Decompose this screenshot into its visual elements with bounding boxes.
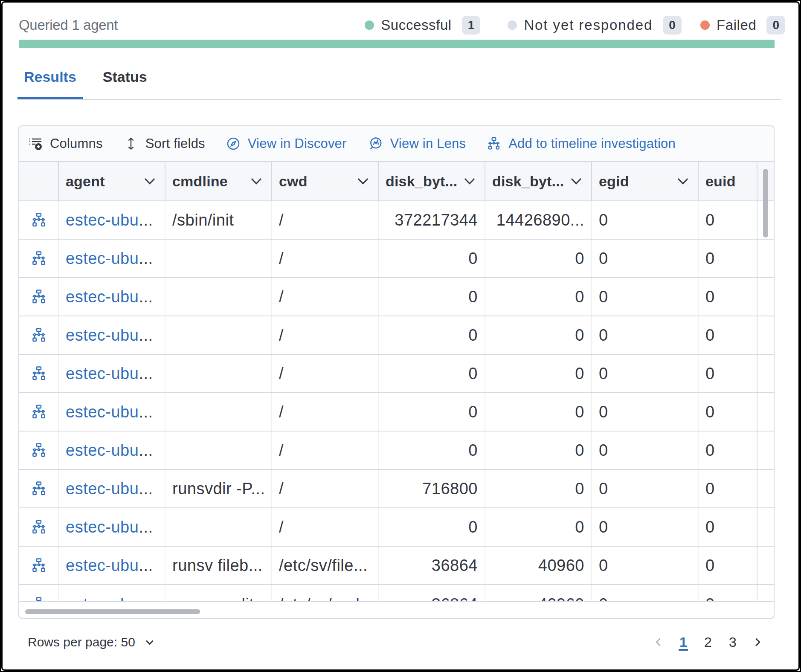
add-to-timeline-icon[interactable] — [31, 404, 46, 420]
add-to-timeline-icon[interactable] — [31, 251, 46, 266]
cell-cwd: /etc/sv/aud... — [272, 585, 379, 602]
sort-fields-button[interactable]: Sort fields — [124, 136, 205, 151]
cell-cmdline — [165, 278, 272, 316]
next-page-button[interactable] — [750, 629, 765, 655]
add-to-timeline-icon[interactable] — [31, 558, 46, 573]
grid-footer: Rows per page: 50 123 — [18, 619, 775, 666]
row-timeline-cell — [19, 432, 59, 469]
cell-disk-bytes-written: 40960 — [485, 547, 592, 584]
cell-disk-bytes-written: 0 — [485, 470, 592, 507]
cell-agent[interactable]: estec-ubu...estec-ubu... — [59, 240, 165, 277]
grid-body: estec-ubu...estec-ubu.../sbin/init/37221… — [19, 201, 774, 602]
legend-label: Successful — [381, 17, 452, 33]
cell-cmdline — [165, 393, 272, 431]
header-cell-cwd[interactable]: cwd — [272, 162, 379, 200]
cell-agent[interactable]: estec-ubu...estec-ubu... — [59, 355, 165, 392]
cell-disk-bytes-read: 716800 — [379, 470, 485, 507]
row-timeline-cell — [19, 470, 59, 507]
chevron-right-icon — [751, 636, 764, 649]
status-dot-icon — [508, 20, 517, 30]
add-to-timeline-label: Add to timeline investigation — [508, 136, 676, 151]
tab-results[interactable]: Results — [17, 61, 83, 99]
add-to-timeline-icon[interactable] — [31, 519, 46, 535]
horizontal-scrollbar[interactable] — [25, 609, 200, 614]
cell-disk-bytes-written: 0 — [485, 508, 592, 546]
cell-disk-bytes-read: 372217344 — [379, 201, 485, 239]
header-cell-egid[interactable]: egid — [592, 162, 699, 200]
cell-cwd: / — [272, 432, 379, 469]
view-in-lens-button[interactable]: View in Lens — [368, 136, 466, 151]
add-to-timeline-icon[interactable] — [31, 597, 46, 602]
columns-label: Columns — [50, 136, 103, 151]
cell-disk-bytes-written: 40960 — [485, 585, 592, 602]
column-label: disk_byt... — [492, 173, 564, 190]
cell-cwd: / — [272, 278, 379, 316]
cell-agent[interactable]: estec-ubu...estec-ubu... — [59, 508, 165, 546]
cell-egid: 0 — [592, 508, 699, 546]
cell-egid: 0 — [592, 432, 699, 469]
legend-count-badge: 1 — [462, 16, 481, 34]
chevron-left-icon — [652, 636, 665, 649]
cell-euid: 0 — [699, 393, 757, 431]
page-2-button[interactable]: 2 — [700, 629, 716, 655]
cell-agent[interactable]: estec-ubu...estec-ubu... — [59, 278, 165, 316]
cell-disk-bytes-written: 0 — [485, 393, 592, 431]
cell-egid: 0 — [592, 470, 699, 507]
row-timeline-cell — [19, 547, 59, 584]
page-1-button[interactable]: 1 — [676, 629, 691, 655]
cell-agent[interactable]: estec-ubu...estec-ubu... — [59, 316, 165, 354]
rows-per-page-button[interactable]: Rows per page: 50 — [28, 635, 156, 649]
results-panel: Columns Sort fields View in Discover — [18, 125, 775, 619]
vertical-scrollbar[interactable] — [763, 169, 768, 238]
grid-row: estec-ubu...estec-ubu.../0000 — [19, 355, 774, 393]
cell-disk-bytes-read: 0 — [379, 240, 485, 277]
add-to-timeline-icon[interactable] — [31, 481, 46, 496]
columns-button[interactable]: Columns — [29, 136, 103, 151]
cell-agent[interactable]: estec-ubu...estec-ubu... — [59, 432, 165, 469]
cell-euid: 0 — [699, 547, 757, 584]
cell-agent[interactable]: estec-ubu...estec-ubu... — [59, 547, 165, 584]
cell-agent[interactable]: estec-ubu...estec-ubu... — [59, 585, 165, 602]
legend-item: Successful 1 — [365, 16, 480, 34]
header-cell-cmdline[interactable]: cmdline — [165, 162, 272, 200]
cell-euid: 0 — [699, 316, 757, 354]
legend-label: Not yet responded — [524, 17, 653, 33]
cell-cmdline — [165, 432, 272, 469]
cell-agent[interactable]: estec-ubu...estec-ubu... — [59, 393, 165, 431]
cell-egid: 0 — [592, 240, 699, 277]
query-status-bar: Queried 1 agent Successful 1 Not yet res… — [19, 14, 785, 36]
column-label: cmdline — [172, 173, 228, 190]
cell-disk-bytes-written: 0 — [485, 432, 592, 469]
header-cell-disk2[interactable]: disk_byt... — [485, 162, 592, 200]
add-to-timeline-icon[interactable] — [31, 443, 46, 458]
header-cell-disk1[interactable]: disk_byt... — [379, 162, 485, 200]
view-in-discover-button[interactable]: View in Discover — [226, 136, 347, 151]
tab-status[interactable]: Status — [96, 61, 154, 99]
lens-icon — [368, 136, 383, 151]
cell-egid: 0 — [592, 585, 699, 602]
add-to-timeline-icon[interactable] — [31, 212, 46, 228]
grid-row: estec-ubu...estec-ubu.../0000 — [19, 393, 774, 432]
row-timeline-cell — [19, 393, 59, 431]
columns-icon — [29, 137, 42, 151]
cell-disk-bytes-read: 0 — [379, 393, 485, 431]
add-to-timeline-icon[interactable] — [31, 289, 46, 304]
cell-cmdline — [165, 316, 272, 354]
cell-euid: 0 — [699, 240, 757, 277]
grid-row: estec-ubu...estec-ubu.../0000 — [19, 316, 774, 355]
previous-page-button[interactable] — [651, 629, 666, 655]
discover-icon — [226, 137, 240, 151]
page-3-button[interactable]: 3 — [725, 629, 740, 655]
grid-toolbar: Columns Sort fields View in Discover — [19, 126, 774, 162]
add-to-timeline-button[interactable]: Add to timeline investigation — [487, 136, 676, 151]
add-to-timeline-icon[interactable] — [31, 366, 46, 381]
cell-cwd: /etc/sv/file... — [272, 547, 379, 584]
cell-cwd: / — [272, 201, 379, 239]
add-to-timeline-icon[interactable] — [31, 327, 46, 343]
cell-euid: 0 — [699, 432, 757, 469]
cell-agent[interactable]: estec-ubu...estec-ubu... — [59, 470, 165, 507]
header-cell-euid[interactable]: euid — [699, 162, 757, 200]
cell-agent[interactable]: estec-ubu...estec-ubu... — [59, 201, 165, 239]
header-cell-agent[interactable]: agent — [59, 162, 165, 200]
cell-disk-bytes-read: 36864 — [379, 585, 485, 602]
